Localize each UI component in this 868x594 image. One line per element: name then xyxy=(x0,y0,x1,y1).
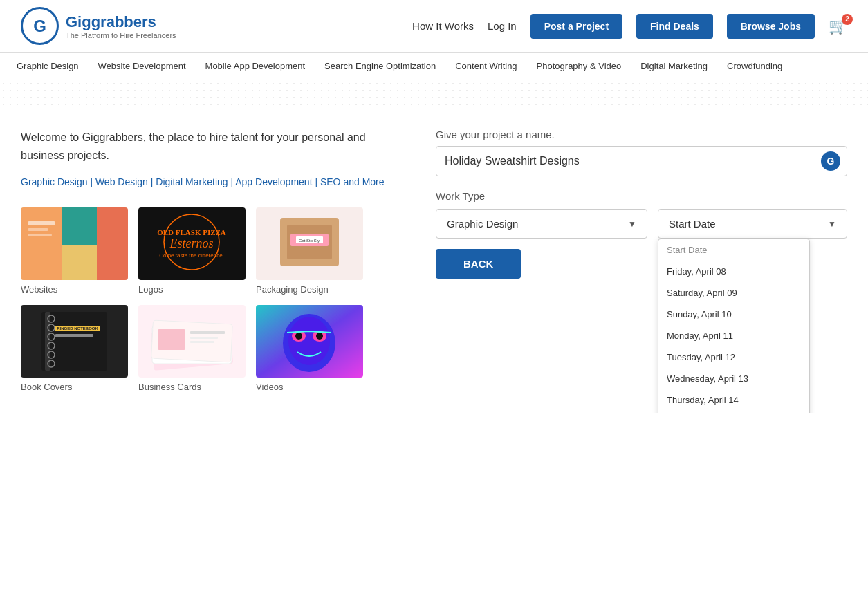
find-deals-button[interactable]: Find Deals xyxy=(636,14,713,39)
websites-thumbnail xyxy=(21,207,128,280)
nav-log-in[interactable]: Log In xyxy=(488,20,517,32)
links-text: Graphic Design | Web Design | Digital Ma… xyxy=(21,174,408,189)
category-graphic-design[interactable]: Graphic Design xyxy=(7,53,89,80)
svg-rect-6 xyxy=(28,228,48,231)
bookcovers-thumbnail: RINGED NOTEBOOK xyxy=(21,305,128,378)
date-option[interactable]: Saturday, April 09 xyxy=(658,282,809,304)
svg-rect-29 xyxy=(55,334,93,337)
work-type-label: Work Type xyxy=(436,190,847,202)
start-date-chevron-icon: ▼ xyxy=(828,219,836,229)
logo-name: Giggrabbers xyxy=(66,13,176,31)
svg-rect-7 xyxy=(28,234,52,236)
svg-rect-20 xyxy=(41,312,107,371)
svg-rect-38 xyxy=(190,341,214,343)
businesscards-thumbnail xyxy=(138,305,246,378)
svg-point-44 xyxy=(295,333,302,340)
logo-tagline: The Platform to Hire Freelancers xyxy=(66,31,176,39)
browse-jobs-button[interactable]: Browse Jobs xyxy=(727,14,815,39)
start-date-dropdown-list: Start DateFriday, April 08Saturday, Apri… xyxy=(658,239,810,413)
bookcovers-label: Book Covers xyxy=(21,382,128,392)
image-grid: Websites OLD FLASK PIZZA Esternos Come t… xyxy=(21,207,408,392)
category-content-writing[interactable]: Content Writing xyxy=(445,53,526,80)
date-option[interactable]: Wednesday, April 13 xyxy=(658,368,809,389)
post-project-button[interactable]: Post a Project xyxy=(530,14,622,39)
svg-rect-5 xyxy=(28,221,55,225)
start-date-dropdown[interactable]: Start Date ▼ xyxy=(658,209,847,239)
nav-how-it-works[interactable]: How It Works xyxy=(412,20,474,32)
svg-rect-36 xyxy=(190,331,225,334)
logos-label: Logos xyxy=(138,284,246,295)
back-button[interactable]: BACK xyxy=(436,249,521,279)
hero-pattern xyxy=(0,80,868,108)
project-name-label: Give your project a name. xyxy=(436,129,847,140)
work-type-chevron-icon: ▼ xyxy=(628,219,636,229)
videos-label: Videos xyxy=(256,382,363,392)
svg-text:RINGED NOTEBOOK: RINGED NOTEBOOK xyxy=(57,326,98,331)
websites-label: Websites xyxy=(21,284,128,295)
category-digital-marketing[interactable]: Digital Marketing xyxy=(631,53,717,80)
businesscards-label: Business Cards xyxy=(138,382,246,392)
grid-item-packaging[interactable]: Get Sto Sty Packaging Design xyxy=(256,207,363,295)
grid-item-bookcovers[interactable]: RINGED NOTEBOOK Book Covers xyxy=(21,305,128,392)
category-seo[interactable]: Search Engine Optimization xyxy=(315,53,445,80)
logo-area: G Giggrabbers The Platform to Hire Freel… xyxy=(21,7,176,45)
svg-rect-3 xyxy=(97,207,128,280)
grid-item-videos[interactable]: Videos xyxy=(256,305,363,392)
svg-rect-35 xyxy=(158,329,185,350)
svg-point-41 xyxy=(288,317,330,365)
svg-point-45 xyxy=(316,333,323,340)
date-option[interactable]: Friday, April 15 xyxy=(658,411,809,413)
main-content: Welcome to Giggrabbers, the place to hir… xyxy=(0,108,868,413)
date-option[interactable]: Sunday, April 10 xyxy=(658,304,809,325)
packaging-label: Packaging Design xyxy=(256,284,363,295)
date-option[interactable]: Start Date xyxy=(658,239,809,261)
date-option[interactable]: Thursday, April 14 xyxy=(658,389,809,411)
packaging-thumbnail: Get Sto Sty xyxy=(256,207,363,280)
date-option[interactable]: Tuesday, April 12 xyxy=(658,346,809,368)
date-options-list[interactable]: Start DateFriday, April 08Saturday, Apri… xyxy=(658,239,809,413)
project-name-wrapper: G xyxy=(436,146,847,176)
svg-rect-4 xyxy=(62,245,97,280)
right-panel: Give your project a name. G Work Type Gr… xyxy=(436,129,847,392)
svg-rect-2 xyxy=(62,207,97,245)
work-type-value: Graphic Design xyxy=(447,218,518,230)
logo-icon: G xyxy=(21,7,59,45)
cart-badge: 2 xyxy=(842,14,853,25)
cart-button[interactable]: 🛒 2 xyxy=(829,17,847,35)
dropdowns-row: Graphic Design ▼ Start Date ▼ Start Date… xyxy=(436,209,847,239)
grid-item-businesscards[interactable]: Business Cards xyxy=(138,305,246,392)
header: G Giggrabbers The Platform to Hire Freel… xyxy=(0,0,868,53)
project-name-input[interactable] xyxy=(436,146,847,176)
grid-item-logos[interactable]: OLD FLASK PIZZA Esternos Come taste the … xyxy=(138,207,246,295)
welcome-text: Welcome to Giggrabbers, the place to hir… xyxy=(21,129,408,164)
logos-thumbnail: OLD FLASK PIZZA Esternos Come taste the … xyxy=(138,207,246,280)
category-mobile-app-development[interactable]: Mobile App Development xyxy=(196,53,315,80)
start-date-wrapper: Start Date ▼ Start DateFriday, April 08S… xyxy=(658,209,847,239)
category-crowdfunding[interactable]: Crowdfunding xyxy=(717,53,792,80)
svg-text:Esternos: Esternos xyxy=(169,236,214,250)
category-nav: Graphic Design Website Development Mobil… xyxy=(0,53,868,80)
start-date-placeholder: Start Date xyxy=(669,218,716,230)
videos-thumbnail xyxy=(256,305,363,378)
svg-rect-1 xyxy=(21,207,62,280)
grammarly-icon: G xyxy=(821,151,840,171)
category-photography-video[interactable]: Photography & Video xyxy=(527,53,631,80)
category-website-development[interactable]: Website Development xyxy=(89,53,196,80)
work-type-dropdown[interactable]: Graphic Design ▼ xyxy=(436,209,647,239)
date-option[interactable]: Friday, April 08 xyxy=(658,261,809,282)
svg-text:Get Sto Sty: Get Sto Sty xyxy=(299,239,320,243)
grid-item-websites[interactable]: Websites xyxy=(21,207,128,295)
date-option[interactable]: Monday, April 11 xyxy=(658,325,809,346)
left-panel: Welcome to Giggrabbers, the place to hir… xyxy=(21,129,408,392)
main-nav: How It Works Log In Post a Project Find … xyxy=(412,14,847,39)
logo-text: Giggrabbers The Platform to Hire Freelan… xyxy=(66,13,176,39)
svg-rect-37 xyxy=(190,337,218,339)
